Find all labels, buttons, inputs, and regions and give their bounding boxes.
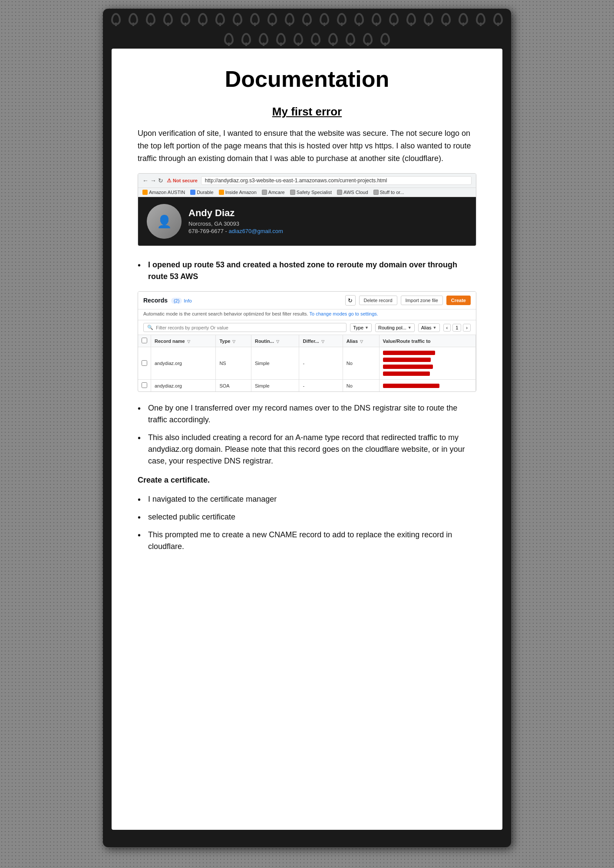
bookmarks-bar: Amazon AUSTIN Durable Inside Amazon Amca… bbox=[138, 188, 476, 197]
browser-nav: ← → ↻ bbox=[142, 177, 163, 184]
list-item: This also included creating a record for… bbox=[138, 432, 476, 467]
alias-filter[interactable]: Alias ▼ bbox=[418, 323, 440, 332]
spiral-coil bbox=[250, 13, 260, 25]
spiral-coil bbox=[215, 13, 225, 25]
table-row: andydiaz.org SOA Simple - No bbox=[138, 380, 476, 392]
spiral-coil bbox=[424, 13, 433, 25]
record-alias-cell: No bbox=[343, 380, 379, 392]
row-checkbox-cell bbox=[138, 347, 151, 380]
type-filter-arrow: ▼ bbox=[365, 326, 369, 330]
aws-search-box[interactable]: 🔍 bbox=[143, 323, 347, 332]
table-header-record-name: Record name ▽ bbox=[151, 335, 216, 347]
table-header-routing: Routin... ▽ bbox=[251, 335, 299, 347]
type-filter[interactable]: Type ▼ bbox=[350, 323, 372, 332]
select-all-checkbox[interactable] bbox=[142, 338, 147, 343]
amazon-icon bbox=[142, 190, 148, 195]
bookmark-inside-amazon: Inside Amazon bbox=[219, 190, 257, 195]
bookmark-amazon: Amazon AUSTIN bbox=[142, 190, 185, 195]
next-page-button[interactable]: › bbox=[463, 324, 471, 332]
url-bar[interactable]: http://andydiaz.org.s3-website-us-east-1… bbox=[201, 176, 472, 185]
spiral-coil bbox=[363, 33, 373, 45]
spiral-coil bbox=[493, 13, 503, 25]
cert-header: Create a certificate. bbox=[138, 476, 476, 485]
bookmark-label: Inside Amazon bbox=[225, 190, 257, 195]
redacted-value bbox=[383, 384, 439, 388]
bookmark-label: Safety Specialist bbox=[297, 190, 332, 195]
spiral-coil bbox=[233, 13, 242, 25]
spiral-coil bbox=[320, 13, 329, 25]
cert-bullets: I navigated to the certificate manager s… bbox=[138, 493, 476, 552]
spiral-coil bbox=[302, 13, 312, 25]
not-secure-indicator: Not secure bbox=[167, 178, 198, 184]
spiral-coil bbox=[267, 13, 277, 25]
import-zone-button[interactable]: Import zone file bbox=[401, 296, 443, 305]
durable-icon bbox=[190, 190, 195, 195]
filter-input[interactable] bbox=[156, 325, 343, 330]
routing-filter[interactable]: Routing pol... ▼ bbox=[375, 323, 415, 332]
create-record-button[interactable]: Create bbox=[446, 296, 471, 305]
bookmark-aws-cloud: AWS Cloud bbox=[337, 190, 368, 195]
row-checkbox[interactable] bbox=[142, 360, 147, 366]
spiral-coil bbox=[389, 13, 399, 25]
record-type-cell: SOA bbox=[216, 380, 251, 392]
route53-bullet-item: I opened up route 53 and created a hoste… bbox=[138, 259, 476, 283]
records-count-badge: (2) bbox=[171, 298, 182, 304]
additional-bullets: One by one I transferred over my record … bbox=[138, 402, 476, 467]
spiral-coil bbox=[163, 13, 173, 25]
avatar-placeholder: 👤 bbox=[147, 204, 182, 239]
inside-amazon-icon bbox=[219, 190, 224, 195]
aws-route53-screenshot: Records (2) Info ↻ Delete record Import … bbox=[138, 291, 476, 392]
spiral-coil bbox=[129, 13, 138, 25]
type-filter-label: Type bbox=[353, 325, 363, 330]
record-name-cell: andydiaz.org bbox=[151, 347, 216, 380]
spiral-coil bbox=[259, 33, 268, 45]
route53-bullet-text: I opened up route 53 and created a hoste… bbox=[148, 260, 457, 281]
aws-cloud-icon bbox=[337, 190, 342, 195]
table-row: andydiaz.org NS Simple - No bbox=[138, 347, 476, 380]
bookmark-durable: Durable bbox=[190, 190, 214, 195]
refresh-icon: ↻ bbox=[348, 297, 353, 304]
record-differ-cell: - bbox=[299, 380, 343, 392]
spiral-coil bbox=[241, 33, 251, 45]
spiral-coil bbox=[459, 13, 468, 25]
spiral-coil bbox=[380, 33, 390, 45]
profile-phone-email: 678-769-6677 - adiaz670@gmail.com bbox=[188, 228, 283, 234]
table-header-checkbox bbox=[138, 335, 151, 347]
profile-section: 👤 Andy Diaz Norcross, GA 30093 678-769-6… bbox=[138, 197, 476, 246]
info-link[interactable]: Info bbox=[184, 298, 191, 303]
profile-phone: 678-769-6677 bbox=[188, 228, 224, 234]
profile-name: Andy Diaz bbox=[188, 207, 283, 219]
list-item: selected public certificate bbox=[138, 511, 476, 523]
profile-location: Norcross, GA 30093 bbox=[188, 220, 283, 227]
record-routing-cell: Simple bbox=[251, 347, 299, 380]
page-content: Documentation My first error Upon verifi… bbox=[112, 49, 502, 830]
redacted-value bbox=[383, 372, 430, 376]
spiral-coil bbox=[276, 33, 286, 45]
aws-records-title: Records (2) Info bbox=[143, 297, 192, 304]
pagination-controls: ‹ 1 › bbox=[443, 324, 471, 332]
list-item: One by one I transferred over my record … bbox=[138, 402, 476, 426]
table-header-differ: Differ... ▽ bbox=[299, 335, 343, 347]
spiral-coil bbox=[224, 33, 234, 45]
redacted-value bbox=[383, 351, 435, 355]
bookmark-amcare: Amcare bbox=[262, 190, 285, 195]
spiral-coil bbox=[111, 13, 121, 25]
spiral-coil bbox=[311, 33, 320, 45]
aws-change-modes-link[interactable]: To change modes go to settings. bbox=[310, 311, 378, 316]
bookmark-label: Stuff to or... bbox=[380, 190, 404, 195]
prev-page-button[interactable]: ‹ bbox=[443, 324, 451, 332]
redacted-value bbox=[383, 365, 433, 369]
record-alias-cell: No bbox=[343, 347, 379, 380]
delete-record-button[interactable]: Delete record bbox=[359, 296, 397, 305]
routing-filter-label: Routing pol... bbox=[378, 325, 406, 330]
refresh-button[interactable]: ↻ bbox=[345, 295, 356, 306]
redacted-value bbox=[383, 358, 431, 362]
spiral-coil bbox=[346, 33, 355, 45]
row-checkbox[interactable] bbox=[142, 382, 147, 388]
table-header-type: Type ▽ bbox=[216, 335, 251, 347]
row-checkbox-cell bbox=[138, 380, 151, 392]
spiral-coil bbox=[181, 13, 190, 25]
search-icon: 🔍 bbox=[147, 325, 153, 330]
record-differ-cell: - bbox=[299, 347, 343, 380]
profile-email[interactable]: adiaz670@gmail.com bbox=[229, 228, 283, 234]
